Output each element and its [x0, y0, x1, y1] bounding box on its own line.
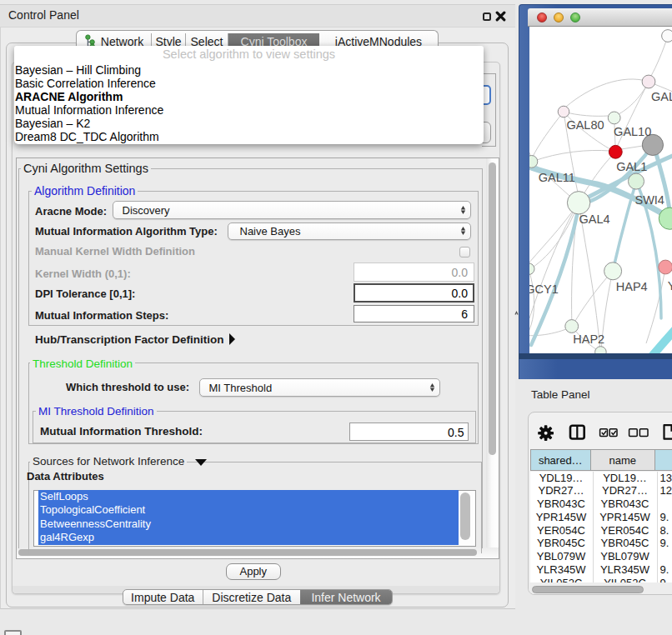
- svg-text:GAL11: GAL11: [538, 171, 574, 184]
- svg-text:GAL80: GAL80: [566, 118, 604, 132]
- svg-text:GAL1: GAL1: [616, 160, 647, 173]
- svg-text:HAP4: HAP4: [615, 279, 647, 292]
- svg-text:GAL4: GAL4: [579, 212, 609, 225]
- svg-text:GAL10: GAL10: [614, 125, 651, 138]
- svg-text:Y: Y: [667, 279, 672, 292]
- svg-text:GAL7: GAL7: [651, 90, 672, 103]
- svg-text:SWI4: SWI4: [634, 193, 664, 207]
- svg-text:HAP2: HAP2: [573, 332, 604, 346]
- svg-text:GCY1: GCY1: [529, 282, 559, 295]
